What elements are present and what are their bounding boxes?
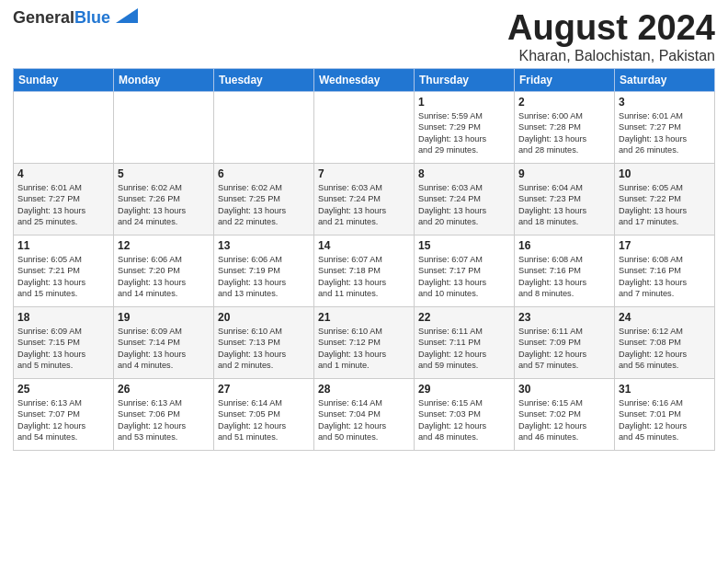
day-info: Sunrise: 6:01 AM Sunset: 7:27 PM Dayligh… [619,110,711,156]
day-number: 28 [318,382,410,396]
table-row: 21Sunrise: 6:10 AM Sunset: 7:12 PM Dayli… [314,306,415,378]
table-row: 1Sunrise: 5:59 AM Sunset: 7:29 PM Daylig… [415,91,515,163]
table-row: 13Sunrise: 6:06 AM Sunset: 7:19 PM Dayli… [214,235,314,306]
table-row: 17Sunrise: 6:08 AM Sunset: 7:16 PM Dayli… [615,235,715,306]
logo-text: GeneralBlue [13,9,110,28]
day-number: 23 [518,310,610,325]
table-row: 6Sunrise: 6:02 AM Sunset: 7:25 PM Daylig… [214,163,314,235]
day-number: 11 [17,238,109,253]
day-number: 3 [619,95,711,109]
day-info: Sunrise: 6:13 AM Sunset: 7:07 PM Dayligh… [17,397,109,443]
col-monday: Monday [114,68,214,91]
day-info: Sunrise: 6:15 AM Sunset: 7:03 PM Dayligh… [418,397,510,443]
day-number: 4 [17,167,109,181]
table-row: 27Sunrise: 6:14 AM Sunset: 7:05 PM Dayli… [214,378,314,450]
table-row: 29Sunrise: 6:15 AM Sunset: 7:03 PM Dayli… [415,378,515,450]
day-number: 12 [118,238,210,253]
day-info: Sunrise: 6:02 AM Sunset: 7:25 PM Dayligh… [218,182,310,228]
day-number: 27 [218,382,310,396]
day-info: Sunrise: 6:10 AM Sunset: 7:12 PM Dayligh… [318,326,410,372]
day-info: Sunrise: 6:14 AM Sunset: 7:05 PM Dayligh… [218,397,310,443]
table-row: 23Sunrise: 6:11 AM Sunset: 7:09 PM Dayli… [515,306,615,378]
location-subtitle: Kharan, Balochistan, Pakistan [507,48,715,64]
col-tuesday: Tuesday [214,68,314,91]
day-info: Sunrise: 6:09 AM Sunset: 7:14 PM Dayligh… [118,326,210,372]
day-number: 16 [518,238,610,253]
table-row: 4Sunrise: 6:01 AM Sunset: 7:27 PM Daylig… [14,163,114,235]
day-info: Sunrise: 6:16 AM Sunset: 7:01 PM Dayligh… [619,397,711,443]
day-info: Sunrise: 6:14 AM Sunset: 7:04 PM Dayligh… [318,397,410,443]
day-info: Sunrise: 6:12 AM Sunset: 7:08 PM Dayligh… [619,326,711,372]
header: GeneralBlue August 2024 Kharan, Balochis… [13,9,715,64]
table-row: 9Sunrise: 6:04 AM Sunset: 7:23 PM Daylig… [515,163,615,235]
table-row: 30Sunrise: 6:15 AM Sunset: 7:02 PM Dayli… [515,378,615,450]
day-info: Sunrise: 6:07 AM Sunset: 7:18 PM Dayligh… [318,254,410,300]
col-saturday: Saturday [615,68,715,91]
day-info: Sunrise: 6:04 AM Sunset: 7:23 PM Dayligh… [518,182,610,228]
table-row: 16Sunrise: 6:08 AM Sunset: 7:16 PM Dayli… [515,235,615,306]
day-info: Sunrise: 6:06 AM Sunset: 7:19 PM Dayligh… [218,254,310,300]
day-number: 9 [518,167,610,181]
day-number: 13 [218,238,310,253]
day-info: Sunrise: 6:13 AM Sunset: 7:06 PM Dayligh… [118,397,210,443]
calendar-week-row: 11Sunrise: 6:05 AM Sunset: 7:21 PM Dayli… [14,235,715,306]
page-container: GeneralBlue August 2024 Kharan, Balochis… [0,0,728,456]
day-number: 26 [118,382,210,396]
col-sunday: Sunday [14,68,114,91]
day-info: Sunrise: 6:03 AM Sunset: 7:24 PM Dayligh… [418,182,510,228]
day-info: Sunrise: 6:01 AM Sunset: 7:27 PM Dayligh… [17,182,109,228]
day-info: Sunrise: 6:11 AM Sunset: 7:09 PM Dayligh… [518,326,610,372]
col-friday: Friday [515,68,615,91]
table-row: 3Sunrise: 6:01 AM Sunset: 7:27 PM Daylig… [615,91,715,163]
col-thursday: Thursday [415,68,515,91]
table-row: 7Sunrise: 6:03 AM Sunset: 7:24 PM Daylig… [314,163,415,235]
day-info: Sunrise: 6:15 AM Sunset: 7:02 PM Dayligh… [518,397,610,443]
day-info: Sunrise: 6:10 AM Sunset: 7:13 PM Dayligh… [218,326,310,372]
day-number: 18 [17,310,109,325]
day-number: 8 [418,167,510,181]
day-info: Sunrise: 6:08 AM Sunset: 7:16 PM Dayligh… [619,254,711,300]
table-row [114,91,214,163]
calendar-week-row: 18Sunrise: 6:09 AM Sunset: 7:15 PM Dayli… [14,306,715,378]
title-block: August 2024 Kharan, Balochistan, Pakista… [507,9,715,64]
day-number: 22 [418,310,510,325]
day-number: 7 [318,167,410,181]
table-row: 15Sunrise: 6:07 AM Sunset: 7:17 PM Dayli… [415,235,515,306]
day-number: 14 [318,238,410,253]
day-info: Sunrise: 6:05 AM Sunset: 7:21 PM Dayligh… [17,254,109,300]
table-row: 12Sunrise: 6:06 AM Sunset: 7:20 PM Dayli… [114,235,214,306]
calendar-week-row: 1Sunrise: 5:59 AM Sunset: 7:29 PM Daylig… [14,91,715,163]
month-year-title: August 2024 [507,9,715,48]
table-row: 20Sunrise: 6:10 AM Sunset: 7:13 PM Dayli… [214,306,314,378]
day-info: Sunrise: 5:59 AM Sunset: 7:29 PM Dayligh… [418,110,510,156]
table-row: 5Sunrise: 6:02 AM Sunset: 7:26 PM Daylig… [114,163,214,235]
day-info: Sunrise: 6:06 AM Sunset: 7:20 PM Dayligh… [118,254,210,300]
table-row: 2Sunrise: 6:00 AM Sunset: 7:28 PM Daylig… [515,91,615,163]
table-row: 22Sunrise: 6:11 AM Sunset: 7:11 PM Dayli… [415,306,515,378]
calendar-week-row: 25Sunrise: 6:13 AM Sunset: 7:07 PM Dayli… [14,378,715,450]
day-number: 20 [218,310,310,325]
logo-arrow-icon [112,6,138,25]
table-row: 28Sunrise: 6:14 AM Sunset: 7:04 PM Dayli… [314,378,415,450]
calendar-week-row: 4Sunrise: 6:01 AM Sunset: 7:27 PM Daylig… [14,163,715,235]
day-number: 10 [619,167,711,181]
day-info: Sunrise: 6:11 AM Sunset: 7:11 PM Dayligh… [418,326,510,372]
table-row: 24Sunrise: 6:12 AM Sunset: 7:08 PM Dayli… [615,306,715,378]
logo-blue: Blue [74,8,110,27]
table-row [14,91,114,163]
table-row [214,91,314,163]
day-number: 25 [17,382,109,396]
day-info: Sunrise: 6:00 AM Sunset: 7:28 PM Dayligh… [518,110,610,156]
day-info: Sunrise: 6:02 AM Sunset: 7:26 PM Dayligh… [118,182,210,228]
day-info: Sunrise: 6:08 AM Sunset: 7:16 PM Dayligh… [518,254,610,300]
day-number: 31 [619,382,711,396]
table-row [314,91,415,163]
day-info: Sunrise: 6:03 AM Sunset: 7:24 PM Dayligh… [318,182,410,228]
calendar-header-row: Sunday Monday Tuesday Wednesday Thursday… [14,68,715,91]
col-wednesday: Wednesday [314,68,415,91]
day-number: 24 [619,310,711,325]
day-number: 6 [218,167,310,181]
table-row: 8Sunrise: 6:03 AM Sunset: 7:24 PM Daylig… [415,163,515,235]
logo-general: General [13,8,74,27]
day-number: 5 [118,167,210,181]
